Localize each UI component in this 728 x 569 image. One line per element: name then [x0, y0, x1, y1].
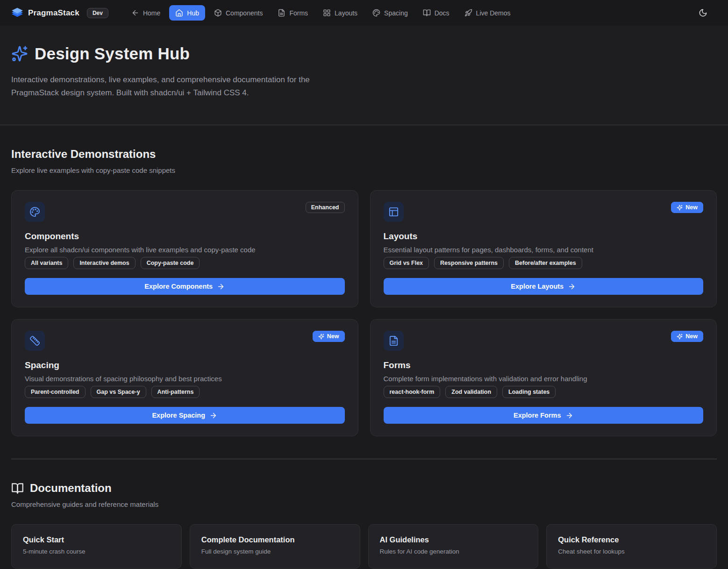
cta-label: Explore Forms	[514, 412, 561, 419]
panels-top-left-icon	[384, 202, 404, 222]
sparkles-icon	[677, 205, 683, 211]
nav-item-live-demos[interactable]: Live Demos	[458, 5, 517, 21]
explore-spacing-button[interactable]: Explore Spacing	[25, 407, 345, 424]
doc-card-ai-guidelines[interactable]: AI GuidelinesRules for AI code generatio…	[368, 524, 539, 569]
documentation-section: Documentation Comprehensive guides and r…	[11, 482, 717, 569]
tag: Responsive patterns	[434, 257, 504, 269]
palette-icon	[372, 9, 380, 17]
tag: Grid vs Flex	[384, 257, 429, 269]
arrow-right-icon	[209, 412, 217, 420]
file-text-icon	[384, 331, 404, 351]
nav-item-forms[interactable]: Forms	[271, 5, 314, 21]
card-badge-layouts: New	[671, 202, 703, 213]
explore-components-button[interactable]: Explore Components	[25, 278, 345, 295]
card-description: Essential layout patterns for pages, das…	[384, 246, 704, 254]
file-text-icon	[278, 9, 285, 17]
demos-subheading: Explore live examples with copy-paste co…	[11, 166, 717, 174]
nav-item-layouts[interactable]: Layouts	[317, 5, 364, 21]
documentation-heading: Documentation	[30, 482, 112, 495]
rocket-icon	[464, 9, 472, 17]
tag: Zod validation	[445, 386, 497, 398]
tag: react-hook-form	[384, 386, 441, 398]
theme-toggle-button[interactable]	[694, 5, 711, 21]
tag-list: Grid vs FlexResponsive patternsBefore/af…	[384, 257, 704, 269]
tag-list: react-hook-formZod validationLoading sta…	[384, 386, 704, 398]
sparkles-icon	[677, 334, 683, 340]
sparkles-icon	[11, 45, 28, 62]
doc-card-title: Complete Documentation	[201, 535, 349, 544]
demo-card-spacing: NewSpacingVisual demonstrations of spaci…	[11, 319, 358, 436]
doc-grid: Quick Start5-minute crash courseComplete…	[11, 524, 717, 569]
card-badge-components: Enhanced	[306, 202, 345, 213]
card-description: Explore all shadcn/ui components with li…	[25, 246, 345, 254]
documentation-subheading: Comprehensive guides and reference mater…	[11, 500, 717, 508]
main-content: Interactive Demonstrations Explore live …	[0, 148, 728, 569]
tag: Interactive demos	[73, 257, 135, 269]
divider	[11, 459, 717, 459]
doc-card-description: Full design system guide	[201, 548, 349, 555]
arrow-right-icon	[568, 283, 576, 291]
card-badge-spacing: New	[313, 331, 345, 342]
nav-item-home[interactable]: Home	[125, 5, 166, 21]
nav-item-label: Hub	[187, 9, 199, 17]
demos-section: Interactive Demonstrations Explore live …	[11, 148, 717, 436]
nav-item-label: Layouts	[335, 9, 357, 17]
nav-item-label: Spacing	[384, 9, 408, 17]
nav-item-label: Home	[143, 9, 160, 17]
doc-card-quick-reference[interactable]: Quick ReferenceCheat sheet for lookups	[546, 524, 717, 569]
palette-icon	[25, 202, 45, 222]
arrow-right-icon	[217, 283, 225, 291]
ruler-icon	[25, 331, 45, 351]
tag: Parent-controlled	[25, 386, 86, 398]
top-nav: PragmaStack Dev HomeHubComponentsFormsLa…	[0, 0, 728, 26]
doc-card-complete-documentation[interactable]: Complete DocumentationFull design system…	[190, 524, 360, 569]
nav-item-label: Components	[226, 9, 263, 17]
tag-list: Parent-controlledGap vs Space-yAnti-patt…	[25, 386, 345, 398]
card-title: Layouts	[384, 231, 704, 242]
doc-card-description: Rules for AI code generation	[380, 548, 527, 555]
arrow-left-icon	[131, 9, 139, 17]
explore-layouts-button[interactable]: Explore Layouts	[384, 278, 704, 295]
card-title: Forms	[384, 360, 704, 370]
nav-item-label: Live Demos	[476, 9, 511, 17]
badge-label: Enhanced	[311, 204, 339, 211]
book-open-icon	[11, 482, 24, 495]
doc-card-title: Quick Start	[23, 535, 170, 544]
nav-item-components[interactable]: Components	[208, 5, 269, 21]
card-title: Components	[25, 231, 345, 242]
card-title: Spacing	[25, 360, 345, 370]
nav-item-docs[interactable]: Docs	[417, 5, 456, 21]
sparkles-icon	[318, 334, 324, 340]
tag-list: All variantsInteractive demosCopy-paste …	[25, 257, 345, 269]
cta-label: Explore Components	[144, 283, 213, 290]
badge-label: New	[327, 333, 339, 340]
tag: Loading states	[502, 386, 556, 398]
arrow-right-icon	[565, 412, 573, 420]
explore-forms-button[interactable]: Explore Forms	[384, 407, 704, 424]
badge-label: New	[685, 204, 698, 211]
doc-card-quick-start[interactable]: Quick Start5-minute crash course	[11, 524, 182, 569]
tag: Anti-patterns	[151, 386, 200, 398]
demo-grid: EnhancedComponentsExplore all shadcn/ui …	[11, 190, 717, 436]
hero: Design System Hub Interactive demonstrat…	[0, 26, 728, 125]
package-icon	[214, 9, 222, 17]
nav-item-hub[interactable]: Hub	[169, 5, 205, 21]
badge-label: New	[685, 333, 698, 340]
tag: Before/after examples	[509, 257, 582, 269]
env-badge: Dev	[87, 8, 108, 18]
brand[interactable]: PragmaStack Dev	[11, 7, 108, 19]
tag: All variants	[25, 257, 68, 269]
page-title: Design System Hub	[35, 44, 190, 63]
brand-name: PragmaStack	[28, 8, 79, 18]
tag: Gap vs Space-y	[91, 386, 146, 398]
demos-heading: Interactive Demonstrations	[11, 148, 717, 161]
moon-icon	[699, 8, 707, 17]
card-description: Complete form implementations with valid…	[384, 375, 704, 383]
demo-card-forms: NewFormsComplete form implementations wi…	[370, 319, 717, 436]
nav-item-spacing[interactable]: Spacing	[366, 5, 414, 21]
card-badge-forms: New	[671, 331, 703, 342]
doc-card-title: AI Guidelines	[380, 535, 527, 544]
page-description: Interactive demonstrations, live example…	[11, 73, 357, 100]
cta-label: Explore Spacing	[152, 412, 205, 419]
nav-item-label: Docs	[435, 9, 450, 17]
